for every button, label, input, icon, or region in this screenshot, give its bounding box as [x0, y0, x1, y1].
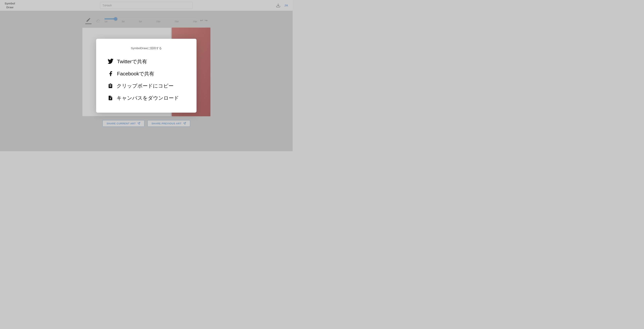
share-modal: SymbolDrawに招待する Twitterで共有 Facebookで共有	[96, 39, 196, 113]
clipboard-label: クリップボードにコピー	[116, 82, 174, 89]
download-canvas-label: キャンバスをダウンロード	[116, 95, 179, 101]
modal-overlay[interactable]: SymbolDrawに招待する Twitterで共有 Facebookで共有	[0, 0, 293, 151]
modal-title: SymbolDrawに招待する	[108, 46, 185, 50]
twitter-label: Twitterで共有	[117, 58, 147, 65]
download-canvas-button[interactable]: キャンバスをダウンロード	[108, 92, 185, 104]
facebook-share-button[interactable]: Facebookで共有	[108, 68, 185, 80]
twitter-share-button[interactable]: Twitterで共有	[108, 55, 185, 68]
svg-rect-6	[110, 85, 111, 86]
twitter-icon	[108, 59, 114, 64]
facebook-label: Facebookで共有	[117, 70, 154, 77]
svg-rect-7	[110, 86, 111, 87]
clipboard-copy-button[interactable]: クリップボードにコピー	[108, 80, 185, 92]
facebook-icon	[108, 71, 114, 76]
clipboard-icon	[108, 83, 113, 88]
download-canvas-icon	[108, 95, 113, 101]
svg-rect-8	[110, 84, 111, 85]
